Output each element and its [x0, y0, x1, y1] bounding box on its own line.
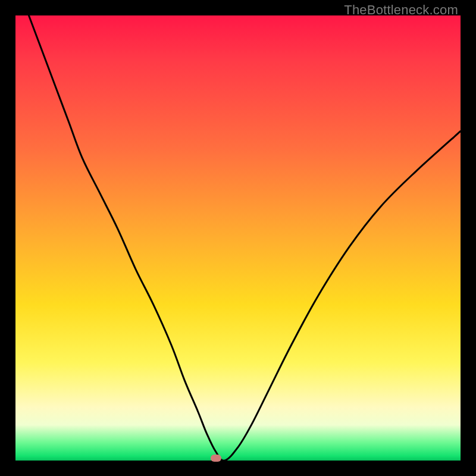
bottleneck-curve	[15, 15, 461, 461]
optimum-marker	[211, 455, 221, 462]
plot-area	[15, 15, 461, 461]
chart-frame: TheBottleneck.com	[0, 0, 476, 476]
